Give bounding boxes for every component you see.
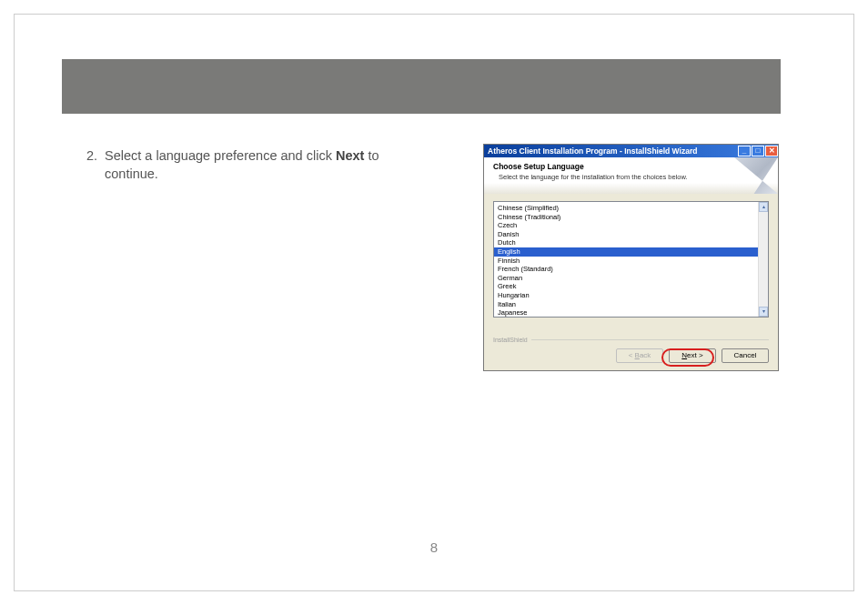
- language-option[interactable]: Italian: [494, 300, 758, 309]
- language-option[interactable]: Dutch: [494, 238, 758, 247]
- maximize-button[interactable]: □: [752, 146, 764, 156]
- scroll-up-button[interactable]: ▴: [759, 202, 768, 212]
- instruction-step: 2. Select a language preference and clic…: [86, 147, 414, 183]
- language-option[interactable]: Greek: [494, 282, 758, 291]
- installshield-wizard-window: Atheros Client Installation Program - In…: [483, 144, 779, 371]
- language-option[interactable]: Japanese: [494, 308, 758, 318]
- close-button[interactable]: ✕: [765, 146, 778, 156]
- wizard-banner: Choose Setup Language Select the languag…: [484, 157, 778, 194]
- language-option[interactable]: Finnish: [494, 257, 758, 266]
- page-number: 8: [0, 539, 868, 555]
- titlebar[interactable]: Atheros Client Installation Program - In…: [484, 145, 778, 157]
- installshield-brand: InstallShield: [493, 337, 528, 343]
- minimize-button[interactable]: _: [738, 146, 751, 156]
- cancel-button[interactable]: Cancel: [722, 348, 769, 363]
- header-banner: [62, 59, 781, 114]
- language-listbox[interactable]: Chinese (Simplified)Chinese (Traditional…: [493, 201, 769, 318]
- window-title: Atheros Client Installation Program - In…: [488, 146, 697, 156]
- wizard-button-row: < Back Next > Cancel: [484, 343, 778, 370]
- language-option[interactable]: German: [494, 274, 758, 283]
- language-option[interactable]: Hungarian: [494, 291, 758, 300]
- step-text-before: Select a language preference and click: [105, 148, 336, 163]
- banner-title: Choose Setup Language: [493, 162, 769, 171]
- language-option[interactable]: Chinese (Simplified): [494, 204, 758, 213]
- footer-divider: InstallShield: [493, 337, 769, 343]
- language-option[interactable]: French (Standard): [494, 265, 758, 274]
- language-option[interactable]: English: [494, 247, 758, 257]
- language-option[interactable]: Czech: [494, 221, 758, 230]
- step-text-bold: Next: [336, 148, 364, 163]
- step-number: 2.: [86, 147, 105, 183]
- language-option[interactable]: Danish: [494, 230, 758, 239]
- next-button[interactable]: Next >: [669, 348, 716, 363]
- banner-subtitle: Select the language for the installation…: [499, 173, 769, 181]
- back-button: < Back: [616, 348, 663, 363]
- scroll-down-button[interactable]: ▾: [759, 307, 768, 317]
- language-items-container: Chinese (Simplified)Chinese (Traditional…: [494, 202, 758, 317]
- language-option[interactable]: Chinese (Traditional): [494, 213, 758, 222]
- listbox-scrollbar[interactable]: ▴ ▾: [758, 202, 768, 317]
- scroll-track[interactable]: [759, 212, 768, 307]
- step-text: Select a language preference and click N…: [105, 147, 414, 183]
